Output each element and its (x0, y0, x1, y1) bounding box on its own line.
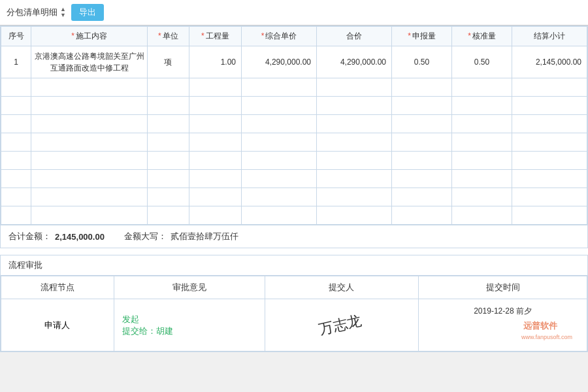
approval-table: 流程节点 审批意见 提交人 提交时间 申请人 发起 提交给：胡建 (1, 276, 587, 351)
cell-approved: 0.50 (452, 46, 512, 78)
amount-text-item: 金额大写： 贰佰壹拾肆万伍仟 (124, 231, 238, 242)
header-total: 合价 (317, 27, 392, 46)
brand-logo-svg: 远普软件 www.fanpusoft.com (520, 317, 579, 343)
empty-row (1, 152, 587, 170)
approval-header-row: 流程节点 审批意见 提交人 提交时间 (1, 276, 587, 299)
cell-seq: 1 (1, 46, 31, 78)
cell-content: 京港澳高速公路粤境韶关至广州互通路面改造中修工程 (31, 46, 148, 78)
svg-text:www.fanpusoft.com: www.fanpusoft.com (521, 334, 572, 340)
approval-row: 申请人 发起 提交给：胡建 万志龙 2019-12-28 前夕 (1, 299, 587, 351)
header-declared: *申报量 (392, 27, 452, 46)
empty-row (1, 188, 587, 206)
cell-declared: 0.50 (392, 46, 452, 78)
header-unit: *单位 (148, 27, 189, 46)
opinion-line2: 提交给：胡建 (122, 325, 257, 337)
cell-total: 4,290,000.00 (317, 46, 392, 78)
empty-row (1, 206, 587, 225)
header-content: *施工内容 (31, 27, 148, 46)
svg-text:远普软件: 远普软件 (523, 321, 558, 331)
amount-text-value: 贰佰壹拾肆万伍仟 (171, 231, 238, 242)
approval-node: 申请人 (1, 299, 114, 351)
table-footer: 合计金额： 2,145,000.00 金额大写： 贰佰壹拾肆万伍仟 (0, 225, 588, 248)
header-seq: 序号 (1, 27, 31, 46)
header-qty: *工程量 (189, 27, 242, 46)
total-amount-label: 合计金额： (8, 231, 51, 242)
cell-qty: 1.00 (189, 46, 242, 78)
cell-unit-price: 4,290,000.00 (242, 46, 317, 78)
approval-section: 流程审批 流程节点 审批意见 提交人 提交时间 申请人 发起 提交给：胡建 (0, 255, 588, 352)
header-subtotal: 结算小计 (512, 27, 587, 46)
main-container: 分包清单明细 ▲ ▼ 导出 (0, 0, 588, 352)
brand-watermark: 远普软件 www.fanpusoft.com (427, 317, 579, 344)
total-amount-value: 2,145,000.00 (55, 232, 105, 242)
approval-header-submitter: 提交人 (265, 276, 418, 299)
approval-header-time: 提交时间 (419, 276, 587, 299)
table-row: 1 京港澳高速公路粤境韶关至广州互通路面改造中修工程 项 1.00 4,290,… (1, 46, 587, 78)
approval-header-node: 流程节点 (1, 276, 114, 299)
empty-row (1, 115, 587, 133)
approval-title: 流程审批 (1, 255, 587, 276)
empty-row (1, 97, 587, 115)
approval-header-opinion: 审批意见 (114, 276, 265, 299)
empty-row (1, 170, 587, 188)
toolbar-title: 分包清单明细 ▲ ▼ (7, 7, 66, 18)
submitter-cell: 万志龙 (265, 299, 418, 351)
main-table: 序号 *施工内容 *单位 *工程量 *综合单价 合价 (1, 26, 587, 225)
table-header-row: 序号 *施工内容 *单位 *工程量 *综合单价 合价 (1, 27, 587, 46)
amount-text-label: 金额大写： (124, 231, 167, 242)
signature: 万志龙 (314, 306, 369, 344)
total-amount-item: 合计金额： 2,145,000.00 (8, 231, 105, 242)
header-approved: *核准量 (452, 27, 512, 46)
toolbar: 分包清单明细 ▲ ▼ 导出 (0, 0, 588, 25)
timestamp: 2019-12-28 前夕 (427, 306, 579, 317)
data-table-section: 序号 *施工内容 *单位 *工程量 *综合单价 合价 (0, 25, 588, 225)
title-label: 分包清单明细 (7, 7, 57, 18)
empty-row (1, 133, 587, 152)
cell-subtotal: 2,145,000.00 (512, 46, 587, 78)
signature-svg: 万志龙 (314, 306, 369, 340)
header-unit-price: *综合单价 (242, 27, 317, 46)
opinion-line1: 发起 (122, 314, 257, 325)
sort-icon[interactable]: ▲ ▼ (60, 7, 66, 18)
timestamp-cell: 2019-12-28 前夕 远普软件 www.fanpusoft.com (419, 299, 587, 351)
approval-opinion: 发起 提交给：胡建 (114, 299, 265, 351)
cell-unit: 项 (148, 46, 189, 78)
export-button[interactable]: 导出 (71, 4, 104, 21)
svg-text:万志龙: 万志龙 (318, 312, 363, 337)
empty-row (1, 78, 587, 97)
